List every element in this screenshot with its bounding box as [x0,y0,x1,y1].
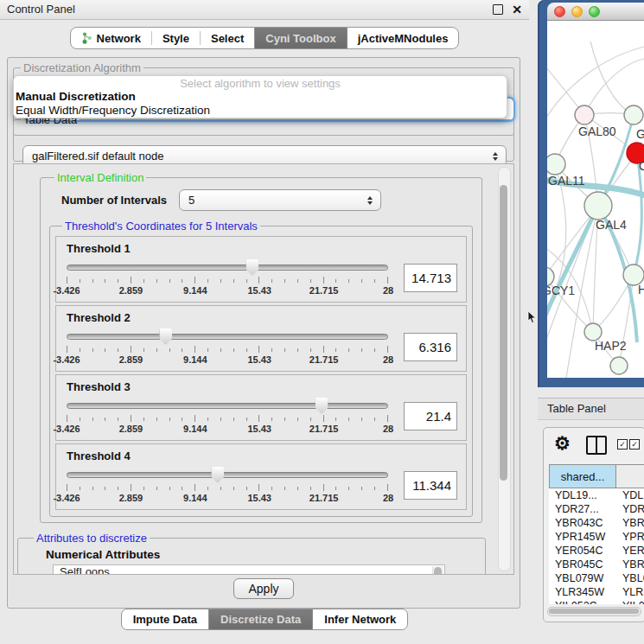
split-columns-icon[interactable] [586,436,607,455]
node-hap2[interactable] [584,323,602,341]
close-icon[interactable]: ✕ [512,4,522,15]
numerical-attributes-list[interactable]: SelfLoopsTopologicalCoefficientBetweenne… [53,564,445,575]
table-cell[interactable]: YLR3 [616,585,644,599]
threshold-slider[interactable]: -3.4262.8599.14415.4321.71528 [65,395,390,437]
table-cell[interactable]: YER054C [549,544,616,558]
tab-cyni-toolbox[interactable]: Cyni Toolbox [254,28,347,48]
table-cell[interactable]: YBR043C [549,516,616,530]
dropdown-option-equal-width-frequency[interactable]: Equal Width/Frequency Discretization [14,104,507,118]
scrollbar-thumb[interactable] [549,609,639,615]
tab-network[interactable]: Network [71,28,151,48]
list-item[interactable]: SelfLoops [54,565,444,575]
tab-infer-network[interactable]: Infer Network [313,609,407,629]
threshold-slider[interactable]: -3.4262.8599.14415.4321.71528 [65,326,390,367]
node-gal80[interactable] [575,105,594,124]
table-cell[interactable]: YDR27... [549,502,616,516]
table-cell[interactable]: YLR345W [549,585,616,599]
slider-ticks [67,277,388,284]
table-row[interactable]: YBR043C YBR0 [549,516,644,530]
table-cell[interactable]: YBR0 [616,516,644,530]
app-root: Control Panel ✕ Network Style [0,0,644,644]
tab-impute-data[interactable]: Impute Data [122,609,208,629]
checkbox-icon[interactable]: ✓ [617,439,628,450]
node-gal4[interactable] [584,192,612,220]
table-row[interactable]: YBR045C YBR0 [549,558,644,571]
slider-thumb-icon[interactable] [159,328,172,345]
node-label: GCY1 [547,284,575,297]
slider-track[interactable] [67,403,388,409]
table-cell[interactable]: YBR0 [616,558,644,571]
slider-track[interactable] [67,265,388,271]
table-cell[interactable]: YIL0 [616,599,644,604]
numerical-attributes-label: Numerical Attributes [46,548,476,561]
threshold-value-field[interactable]: 6.316 [404,333,457,361]
node-gal11[interactable] [547,154,565,175]
column-header-shared[interactable]: shared... [549,464,616,488]
threshold-slider[interactable]: -3.4262.8599.14415.4321.71528 [65,257,390,298]
num-intervals-combobox[interactable]: 5 [179,189,381,211]
slider-thumb-icon[interactable] [245,259,258,276]
table-row[interactable]: YPR145W YPR1 [549,530,644,544]
table-row[interactable]: YBL079W YBL0 [549,571,644,585]
slider-scale-labels: -3.4262.8599.14415.4321.71528 [67,285,388,296]
table-cell[interactable]: YBL079W [549,571,616,585]
network-view-window[interactable]: GAL80 GA C GAL11 GAL4 GCY1 H HAP2 [538,0,644,387]
group-title: Interval Definition [54,171,146,184]
table-cell[interactable]: YDR2 [616,502,644,516]
threshold-value-field[interactable]: 14.713 [404,264,457,292]
threshold-label: Threshold 2 [67,311,457,324]
control-panel-titlebar: Control Panel ✕ [0,0,529,20]
dropdown-option-manual-discretization[interactable]: Manual Discretization [14,90,507,104]
network-window-titlebar[interactable] [547,3,644,21]
group-title: Discretization Algorithm [21,61,143,74]
network-nodes[interactable] [547,105,644,374]
float-window-icon[interactable] [493,4,503,15]
tab-discretize-data[interactable]: Discretize Data [208,609,313,629]
tab-style[interactable]: Style [152,28,200,48]
list-scrollbar[interactable] [432,566,443,575]
table-cell[interactable]: YDL1 [616,488,644,502]
slider-track[interactable] [67,334,388,340]
apply-button[interactable]: Apply [233,578,293,599]
attributes-group: Attributes to discretize Numerical Attri… [17,532,486,575]
zoom-traffic-light-icon[interactable] [589,6,600,17]
control-panel: Control Panel ✕ Network Style [0,0,529,644]
table-cell[interactable]: YPR1 [616,530,644,544]
table-cell[interactable]: YER0 [616,544,644,558]
node-partial-top[interactable] [624,105,643,124]
threshold-row: Threshold 4 -3.4262.8599.14415.4321.7152… [55,443,467,510]
slider-track[interactable] [67,472,388,478]
vertical-scrollbar[interactable] [498,167,511,571]
horizontal-scrollbar[interactable] [547,607,641,616]
threshold-row: Threshold 3 -3.4262.8599.14415.4321.7152… [55,374,467,441]
table-cell[interactable]: YDL19... [549,488,616,502]
table-cell[interactable]: YIL052C [549,599,616,604]
table-row[interactable]: YER054C YER0 [549,544,644,558]
table-row[interactable]: YLR345W YLR3 [549,585,644,599]
minimize-traffic-light-icon[interactable] [571,6,583,17]
column-header-name[interactable]: na [616,464,644,488]
tab-jactivemnodules[interactable]: jActiveMNodules [348,28,459,48]
tab-bar: Network Style Select Cyni Toolbox jActiv… [0,27,529,49]
slider-thumb-icon[interactable] [211,467,224,483]
panel-title: Control Panel [7,0,75,19]
table-cell[interactable]: YPR145W [549,530,616,544]
table-row[interactable]: YDL19... YDL1 [549,488,644,502]
threshold-value-field[interactable]: 21.4 [404,402,457,430]
threshold-slider[interactable]: -3.4262.8599.14415.4321.71528 [65,464,390,506]
network-canvas[interactable]: GAL80 GA C GAL11 GAL4 GCY1 H HAP2 [547,21,644,378]
tab-select[interactable]: Select [201,28,254,48]
slider-thumb-icon[interactable] [316,398,328,414]
node-bottom[interactable] [610,357,628,374]
table-row[interactable]: YIL052C YIL0 [549,599,644,604]
table-cell[interactable]: YBL0 [616,571,644,585]
scrollbar-thumb[interactable] [500,185,507,481]
checkbox-icon[interactable]: ✓ [629,439,640,450]
table-row[interactable]: YDR27... YDR2 [549,502,644,516]
gear-icon[interactable]: ⚙ [554,432,571,455]
slider-ticks [67,415,388,423]
threshold-value-field[interactable]: 11.344 [404,471,457,500]
close-traffic-light-icon[interactable] [554,6,565,17]
table-data-group: Table Data galFiltered.sif default node [13,113,514,162]
table-cell[interactable]: YBR045C [549,558,616,571]
